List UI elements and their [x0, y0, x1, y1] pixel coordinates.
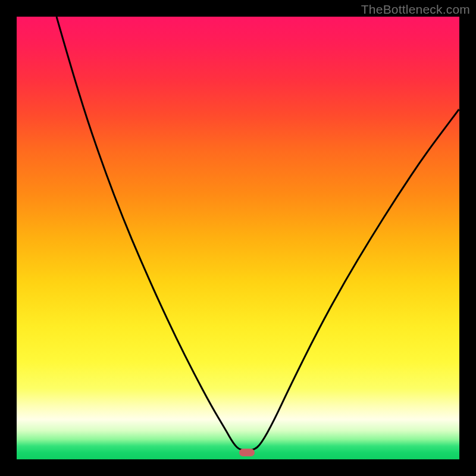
chart-frame: TheBottleneck.com: [0, 0, 476, 476]
watermark-text: TheBottleneck.com: [361, 2, 470, 17]
curve-path: [57, 17, 459, 450]
plot-area: [17, 17, 459, 459]
bottleneck-marker: [239, 449, 255, 456]
bottleneck-curve: [17, 17, 459, 459]
